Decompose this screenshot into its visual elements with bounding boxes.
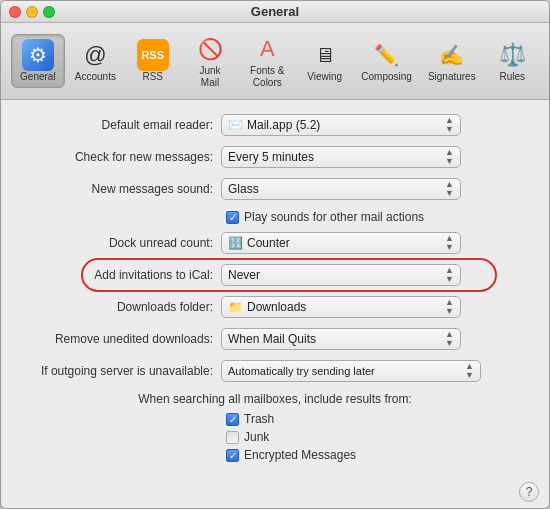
- junk-checkbox[interactable]: [226, 431, 239, 444]
- toolbar-item-viewing[interactable]: 🖥 Viewing: [298, 35, 351, 87]
- composing-icon: ✏️: [371, 39, 403, 71]
- dock-count-select[interactable]: 🔢 Counter ▲▼: [221, 232, 461, 254]
- play-sounds-row: ✓ Play sounds for other mail actions: [226, 210, 529, 224]
- junk-icon: 🚫: [194, 33, 226, 65]
- select-arrow-5: ▲▼: [445, 266, 454, 284]
- encrypted-checkbox[interactable]: ✓: [226, 449, 239, 462]
- toolbar-item-accounts[interactable]: @ Accounts: [69, 35, 122, 87]
- remove-downloads-select[interactable]: When Mail Quits ▲▼: [221, 328, 461, 350]
- general-icon: ⚙: [22, 39, 54, 71]
- ical-label: Add invitations to iCal:: [21, 268, 221, 282]
- trash-label: Trash: [244, 412, 274, 426]
- maximize-button[interactable]: [43, 6, 55, 18]
- new-sound-value: Glass: [228, 182, 259, 196]
- remove-downloads-control: When Mail Quits ▲▼: [221, 328, 529, 350]
- check-messages-label: Check for new messages:: [21, 150, 221, 164]
- minimize-button[interactable]: [26, 6, 38, 18]
- play-sounds-checkbox[interactable]: ✓: [226, 211, 239, 224]
- ical-select[interactable]: Never ▲▼: [221, 264, 461, 286]
- select-arrow-2: ▲▼: [445, 148, 454, 166]
- default-email-label: Default email reader:: [21, 118, 221, 132]
- trash-checkbox-row: ✓ Trash: [226, 412, 529, 426]
- main-window: General ⚙ General @ Accounts RSS RSS 🚫 J…: [0, 0, 550, 509]
- downloads-value: Downloads: [247, 300, 306, 314]
- toolbar-item-junk[interactable]: 🚫 Junk Mail: [183, 29, 236, 93]
- titlebar: General: [1, 1, 549, 23]
- select-arrow-3: ▲▼: [445, 180, 454, 198]
- new-sound-row: New messages sound: Glass ▲▼: [21, 178, 529, 200]
- select-arrow-4: ▲▼: [445, 234, 454, 252]
- downloads-select[interactable]: 📁 Downloads ▲▼: [221, 296, 461, 318]
- toolbar-label-signatures: Signatures: [428, 71, 476, 83]
- default-email-control: ✉️ Mail.app (5.2) ▲▼: [221, 114, 529, 136]
- junk-checkbox-label: Junk: [244, 430, 269, 444]
- select-arrow-7: ▲▼: [445, 330, 454, 348]
- downloads-control: 📁 Downloads ▲▼: [221, 296, 529, 318]
- accounts-icon: @: [79, 39, 111, 71]
- toolbar-item-rss[interactable]: RSS RSS: [126, 35, 179, 87]
- dock-count-row: Dock unread count: 🔢 Counter ▲▼: [21, 232, 529, 254]
- toolbar: ⚙ General @ Accounts RSS RSS 🚫 Junk Mail…: [1, 23, 549, 100]
- bottom-bar: ?: [1, 472, 549, 508]
- toolbar-label-fonts: Fonts & Colors: [247, 65, 288, 89]
- outgoing-row: If outgoing server is unavailable: Autom…: [21, 360, 529, 382]
- remove-downloads-value: When Mail Quits: [228, 332, 316, 346]
- check-messages-value: Every 5 minutes: [228, 150, 314, 164]
- rules-icon: ⚖️: [496, 39, 528, 71]
- downloads-label: Downloads folder:: [21, 300, 221, 314]
- new-sound-select[interactable]: Glass ▲▼: [221, 178, 461, 200]
- remove-downloads-label: Remove unedited downloads:: [21, 332, 221, 346]
- counter-icon: 🔢: [228, 236, 243, 250]
- ical-row: Add invitations to iCal: Never ▲▼: [21, 264, 529, 286]
- toolbar-item-composing[interactable]: ✏️ Composing: [355, 35, 418, 87]
- toolbar-item-signatures[interactable]: ✍️ Signatures: [422, 35, 482, 87]
- check-messages-row: Check for new messages: Every 5 minutes …: [21, 146, 529, 168]
- new-sound-control: Glass ▲▼: [221, 178, 529, 200]
- toolbar-item-fonts[interactable]: A Fonts & Colors: [241, 29, 294, 93]
- toolbar-label-rss: RSS: [142, 71, 163, 83]
- help-button[interactable]: ?: [519, 482, 539, 502]
- toolbar-label-viewing: Viewing: [307, 71, 342, 83]
- downloads-row: Downloads folder: 📁 Downloads ▲▼: [21, 296, 529, 318]
- toolbar-label-rules: Rules: [500, 71, 526, 83]
- signatures-icon: ✍️: [436, 39, 468, 71]
- close-button[interactable]: [9, 6, 21, 18]
- default-email-row: Default email reader: ✉️ Mail.app (5.2) …: [21, 114, 529, 136]
- remove-downloads-row: Remove unedited downloads: When Mail Qui…: [21, 328, 529, 350]
- ical-control: Never ▲▼: [221, 264, 529, 286]
- viewing-icon: 🖥: [309, 39, 341, 71]
- toolbar-label-general: General: [20, 71, 56, 83]
- toolbar-item-rules[interactable]: ⚖️ Rules: [486, 35, 539, 87]
- downloads-folder-icon: 📁: [228, 300, 243, 314]
- check-messages-control: Every 5 minutes ▲▼: [221, 146, 529, 168]
- dock-count-label: Dock unread count:: [21, 236, 221, 250]
- encrypted-checkbox-row: ✓ Encrypted Messages: [226, 448, 529, 462]
- select-arrow-6: ▲▼: [445, 298, 454, 316]
- search-section-label: When searching all mailboxes, include re…: [21, 392, 529, 406]
- outgoing-label: If outgoing server is unavailable:: [21, 364, 221, 378]
- toolbar-label-composing: Composing: [361, 71, 412, 83]
- select-arrow-8: ▲▼: [465, 362, 474, 380]
- dock-count-value: Counter: [247, 236, 290, 250]
- toolbar-item-general[interactable]: ⚙ General: [11, 34, 65, 88]
- fonts-icon: A: [251, 33, 283, 65]
- toolbar-label-accounts: Accounts: [75, 71, 116, 83]
- rss-icon: RSS: [137, 39, 169, 71]
- toolbar-label-junk: Junk Mail: [189, 65, 230, 89]
- trash-checkbox[interactable]: ✓: [226, 413, 239, 426]
- ical-value: Never: [228, 268, 260, 282]
- content-area: Default email reader: ✉️ Mail.app (5.2) …: [1, 100, 549, 472]
- junk-checkbox-row: Junk: [226, 430, 529, 444]
- default-email-value: Mail.app (5.2): [247, 118, 320, 132]
- dock-count-control: 🔢 Counter ▲▼: [221, 232, 529, 254]
- encrypted-label: Encrypted Messages: [244, 448, 356, 462]
- outgoing-value: Automatically try sending later: [228, 365, 375, 377]
- play-sounds-label: Play sounds for other mail actions: [244, 210, 424, 224]
- default-email-select[interactable]: ✉️ Mail.app (5.2) ▲▼: [221, 114, 461, 136]
- window-title: General: [251, 4, 299, 19]
- select-arrow: ▲▼: [445, 116, 454, 134]
- check-messages-select[interactable]: Every 5 minutes ▲▼: [221, 146, 461, 168]
- outgoing-select[interactable]: Automatically try sending later ▲▼: [221, 360, 481, 382]
- outgoing-control: Automatically try sending later ▲▼: [221, 360, 529, 382]
- new-sound-label: New messages sound:: [21, 182, 221, 196]
